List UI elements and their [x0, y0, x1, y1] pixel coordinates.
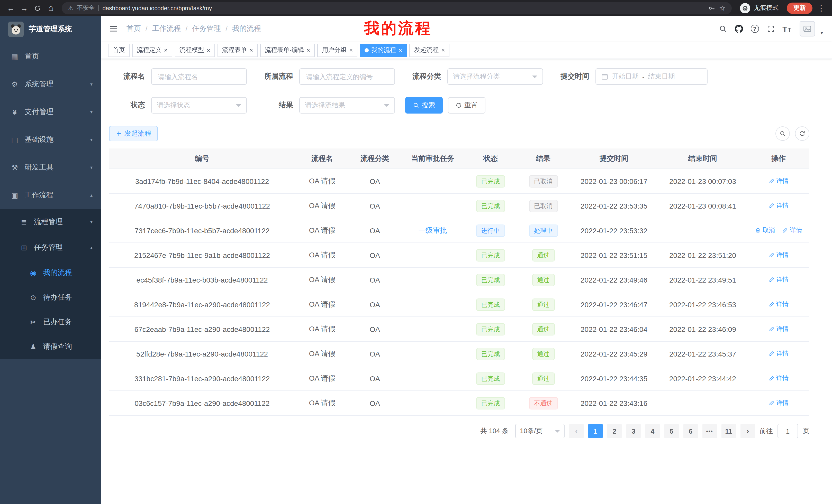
browser-home-button[interactable]	[44, 1, 58, 15]
tab-home[interactable]: 首页	[108, 44, 130, 57]
detail-link[interactable]: 详情	[769, 399, 788, 408]
page-button-11[interactable]: 11	[722, 424, 736, 438]
sidebar-item-label: 待办任务	[43, 293, 72, 302]
page-size-select[interactable]: 10条/页	[515, 424, 565, 438]
next-page-button[interactable]	[740, 424, 755, 438]
browser-forward-button[interactable]	[18, 1, 31, 15]
page-button-4[interactable]: 4	[645, 424, 660, 438]
sidebar-item-infrastructure[interactable]: 基础设施	[0, 126, 101, 153]
breadcrumb-item-home[interactable]: 首页	[127, 24, 152, 33]
page-button-5[interactable]: 5	[665, 424, 679, 438]
process-definition-input[interactable]	[299, 68, 395, 85]
process-category-select[interactable]: 请选择流程分类	[447, 68, 543, 85]
detail-link[interactable]: 详情	[769, 201, 788, 210]
search-button[interactable]: 搜索	[405, 97, 443, 114]
bookmark-star-icon[interactable]	[719, 4, 726, 12]
close-icon[interactable]	[207, 47, 210, 53]
breadcrumb-item-workflow[interactable]: 工作流程	[152, 24, 192, 33]
toggle-search-button[interactable]	[775, 127, 790, 141]
browser-menu-button[interactable]	[814, 1, 828, 15]
reset-button[interactable]: 重置	[448, 97, 486, 114]
edit-icon	[769, 326, 775, 332]
detail-link[interactable]: 详情	[769, 325, 788, 333]
close-icon[interactable]	[441, 47, 445, 53]
cell-id: 2152467e-7b9b-11ec-9a1b-acde48001122	[109, 251, 295, 259]
sidebar-item-process-management[interactable]: 流程管理	[0, 209, 101, 235]
close-icon[interactable]	[307, 47, 310, 53]
sidebar-item-label: 请假查询	[43, 342, 72, 352]
security-warning-icon	[68, 4, 74, 11]
sidebar-item-label: 已办任务	[43, 317, 72, 327]
tab-process-model[interactable]: 流程模型	[175, 44, 215, 57]
goto-page-input[interactable]	[778, 424, 798, 438]
page-button-1[interactable]: 1	[588, 424, 603, 438]
help-icon[interactable]	[751, 25, 759, 33]
detail-link[interactable]: 详情	[769, 177, 788, 186]
sidebar-item-done-tasks[interactable]: 已办任务	[0, 310, 101, 334]
close-icon[interactable]	[349, 47, 353, 53]
sidebar-item-leave-query[interactable]: 请假查询	[0, 334, 101, 359]
detail-link[interactable]: 详情	[769, 349, 788, 358]
dashboard-icon	[10, 52, 19, 61]
detail-link[interactable]: 详情	[769, 300, 788, 309]
sidebar-toggle-button[interactable]	[109, 24, 118, 33]
tab-user-group[interactable]: 用户分组	[317, 44, 357, 57]
close-icon[interactable]	[164, 47, 167, 53]
more-pages-button[interactable]: •••	[702, 424, 717, 438]
font-size-icon[interactable]	[782, 24, 792, 33]
sidebar-item-system[interactable]: 系统管理	[0, 71, 101, 98]
browser-update-button[interactable]: 更新	[787, 2, 812, 13]
page-button-2[interactable]: 2	[607, 424, 622, 438]
detail-link[interactable]: 详情	[769, 251, 788, 259]
detail-link[interactable]: 详情	[769, 374, 788, 383]
page-button-6[interactable]: 6	[683, 424, 698, 438]
sidebar-item-payment[interactable]: 支付管理	[0, 98, 101, 126]
status-badge: 已完成	[476, 175, 505, 187]
avatar-caret-down-icon[interactable]	[820, 31, 824, 35]
table-toolbar: 发起流程	[109, 126, 809, 141]
password-key-icon[interactable]	[708, 4, 716, 11]
search-icon[interactable]	[719, 25, 727, 33]
search-icon	[413, 102, 419, 108]
current-task-link[interactable]: 一级审批	[418, 226, 447, 234]
browser-back-button[interactable]	[4, 1, 18, 15]
close-icon[interactable]	[250, 47, 253, 53]
sidebar-submenu-workflow: 流程管理 任务管理 我的流程 待办任务 已办	[0, 209, 101, 359]
start-process-button[interactable]: 发起流程	[109, 126, 158, 141]
browser-reload-button[interactable]	[31, 1, 44, 15]
tab-process-definition[interactable]: 流程定义	[132, 44, 172, 57]
sidebar-item-workflow[interactable]: 工作流程	[0, 181, 101, 209]
prev-page-button[interactable]	[569, 424, 583, 438]
process-definition-label: 所属流程	[257, 72, 293, 81]
fullscreen-icon[interactable]	[766, 25, 775, 33]
cell-category: OA	[349, 251, 400, 259]
refresh-table-button[interactable]	[795, 127, 809, 141]
status-badge: 已完成	[476, 298, 505, 311]
breadcrumb-item-task-management[interactable]: 任务管理	[192, 24, 232, 33]
status-select[interactable]: 请选择状态	[151, 97, 247, 114]
close-icon[interactable]	[398, 47, 402, 53]
tab-process-form[interactable]: 流程表单	[217, 44, 258, 57]
sidebar-item-home[interactable]: 首页	[0, 43, 101, 71]
sidebar-item-task-management[interactable]: 任务管理	[0, 235, 101, 260]
submit-time-range-picker[interactable]: 开始日期 - 结束日期	[595, 68, 707, 85]
detail-link[interactable]: 详情	[782, 226, 802, 235]
sidebar-item-my-process[interactable]: 我的流程	[0, 260, 101, 285]
tab-process-form-edit[interactable]: 流程表单-编辑	[260, 44, 315, 57]
result-select[interactable]: 请选择流结果	[299, 97, 395, 114]
tab-my-process[interactable]: 我的流程	[360, 44, 407, 57]
address-bar[interactable]: 不安全 dashboard.yudao.iocoder.cn/bpm/task/…	[62, 2, 732, 14]
cell-id: 03c6c157-7b9a-11ec-a290-acde48001122	[109, 399, 295, 407]
cancel-link[interactable]: 取消	[755, 226, 775, 235]
page-button-3[interactable]: 3	[626, 424, 641, 438]
sidebar-item-devtools[interactable]: 研发工具	[0, 153, 101, 181]
cell-category: OA	[349, 276, 400, 284]
edit-icon	[769, 301, 775, 307]
process-name-input[interactable]	[151, 68, 247, 85]
sidebar-item-todo-tasks[interactable]: 待办任务	[0, 285, 101, 310]
avatar[interactable]	[800, 21, 815, 36]
chevron-down-icon	[90, 137, 93, 142]
github-icon[interactable]	[734, 25, 743, 33]
tab-start-process[interactable]: 发起流程	[409, 44, 449, 57]
detail-link[interactable]: 详情	[769, 275, 788, 284]
